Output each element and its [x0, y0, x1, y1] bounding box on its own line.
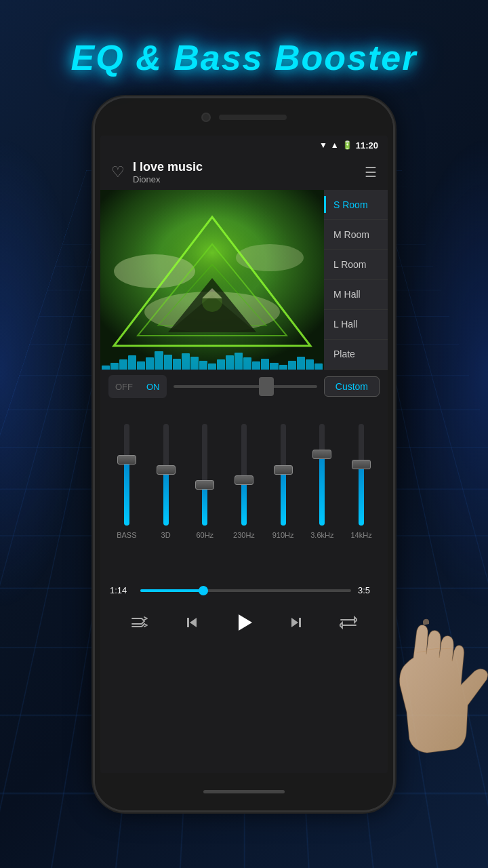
eq-preset-l-hall[interactable]: L Hall: [324, 310, 388, 340]
eq-preset-m-hall[interactable]: M Hall: [324, 280, 388, 310]
status-icons: ▼ ▲ 🔋 11:20: [319, 140, 378, 151]
230hz-label: 230Hz: [233, 531, 255, 539]
svg-point-3: [236, 244, 304, 271]
custom-button[interactable]: Custom: [324, 376, 380, 397]
speaker-bar: [219, 115, 287, 120]
eq-dropdown: S Room M Room L Room M Hall L Hall Plate: [324, 190, 388, 370]
bass-label: BASS: [117, 531, 136, 539]
svg-marker-12: [190, 618, 197, 627]
910hz-fill: [281, 470, 286, 526]
playback-slider[interactable]: [174, 375, 317, 398]
eq-preset-l-room[interactable]: L Room: [324, 250, 388, 279]
svg-marker-14: [239, 614, 252, 631]
play-button[interactable]: [229, 608, 259, 637]
song-artist: Dionex: [133, 174, 357, 184]
side-glow-right: [400, 136, 488, 610]
toggle-row: OFF ON Custom: [100, 370, 388, 403]
3d-fill: [163, 470, 169, 526]
14khz-label: 14kHz: [350, 531, 371, 539]
60hz-fill: [202, 485, 207, 526]
song-title: I love music: [133, 160, 357, 174]
3_6khz-label: 3.6kHz: [310, 531, 333, 539]
910hz-thumb: [274, 465, 293, 475]
progress-dot: [199, 586, 208, 595]
controls-row: [100, 601, 388, 644]
eq-slider-3d[interactable]: 3D: [149, 417, 183, 546]
time-total: 3:5: [358, 585, 378, 595]
230hz-thumb: [235, 475, 253, 485]
3_6khz-track: [319, 424, 325, 526]
waveform: [100, 349, 324, 370]
910hz-label: 910Hz: [272, 531, 294, 539]
eq-slider-910hz[interactable]: 910Hz: [266, 417, 300, 546]
14khz-thumb: [352, 460, 371, 469]
signal-icon: ▲: [331, 140, 339, 150]
slider-track: [174, 385, 317, 388]
app-title: EQ & Bass Booster: [0, 37, 488, 78]
eq-slider-14khz[interactable]: 14kHz: [344, 417, 378, 546]
next-button[interactable]: [281, 608, 311, 637]
eq-slider-3_6khz[interactable]: 3.6kHz: [305, 417, 339, 546]
svg-point-2: [114, 254, 195, 288]
phone-bottom: [95, 773, 393, 810]
230hz-track: [241, 424, 247, 526]
eq-preset-m-room[interactable]: M Room: [324, 220, 388, 250]
shuffle-button[interactable]: [125, 608, 155, 637]
svg-marker-15: [291, 618, 298, 627]
bass-thumb: [117, 455, 136, 465]
230hz-fill: [241, 480, 247, 526]
song-details: I love music Dionex: [125, 160, 365, 184]
side-glow-left: [0, 136, 88, 610]
home-indicator: [203, 790, 285, 793]
album-art: [100, 190, 324, 370]
60hz-label: 60Hz: [196, 531, 214, 539]
status-bar: ▼ ▲ 🔋 11:20: [100, 136, 388, 155]
album-eq-row: S Room M Room L Room M Hall L Hall Plate: [100, 190, 388, 370]
eq-slider-230hz[interactable]: 230Hz: [227, 417, 261, 546]
heart-icon[interactable]: ♡: [111, 163, 125, 181]
progress-fill: [140, 589, 203, 592]
repeat-button[interactable]: [333, 608, 363, 637]
svg-point-11: [202, 292, 222, 312]
toggle-on-label: ON: [140, 375, 167, 398]
3_6khz-fill: [319, 454, 325, 526]
3d-label: 3D: [161, 531, 171, 539]
14khz-fill: [359, 465, 364, 526]
phone-frame: ▼ ▲ 🔋 11:20 ♡ I love music Dionex ☰: [95, 98, 393, 810]
song-info: ♡ I love music Dionex ☰: [100, 155, 388, 190]
time-current: 1:14: [110, 585, 134, 595]
camera: [201, 113, 211, 122]
slider-thumb: [259, 377, 274, 396]
910hz-track: [281, 424, 286, 526]
battery-icon: 🔋: [342, 140, 352, 150]
14khz-track: [359, 424, 364, 526]
bass-fill: [124, 460, 129, 526]
menu-icon[interactable]: ☰: [365, 164, 377, 180]
phone-screen: ▼ ▲ 🔋 11:20 ♡ I love music Dionex ☰: [100, 136, 388, 773]
eq-slider-60hz[interactable]: 60Hz: [188, 417, 222, 546]
eq-preset-plate[interactable]: Plate: [324, 340, 388, 370]
svg-rect-13: [187, 618, 189, 627]
eq-preset-s-room[interactable]: S Room: [324, 190, 388, 220]
status-time: 11:20: [356, 140, 378, 151]
3d-track: [163, 424, 169, 526]
wifi-icon: ▼: [319, 140, 327, 150]
bass-track: [124, 424, 129, 526]
eq-sliders-section: BASS 3D 60Hz: [100, 403, 388, 580]
progress-track[interactable]: [140, 589, 351, 592]
toggle-off-label: OFF: [108, 375, 140, 398]
prev-button[interactable]: [177, 608, 207, 637]
eq-slider-bass[interactable]: BASS: [110, 417, 144, 546]
3d-thumb: [157, 465, 176, 475]
60hz-thumb: [195, 480, 214, 490]
phone-top: [95, 98, 393, 136]
60hz-track: [202, 424, 207, 526]
3_6khz-thumb: [312, 450, 331, 459]
sliders-row: BASS 3D 60Hz: [107, 410, 381, 553]
svg-rect-16: [299, 618, 301, 627]
progress-row: 1:14 3:5: [100, 580, 388, 601]
toggle-switch[interactable]: OFF ON: [108, 375, 167, 398]
